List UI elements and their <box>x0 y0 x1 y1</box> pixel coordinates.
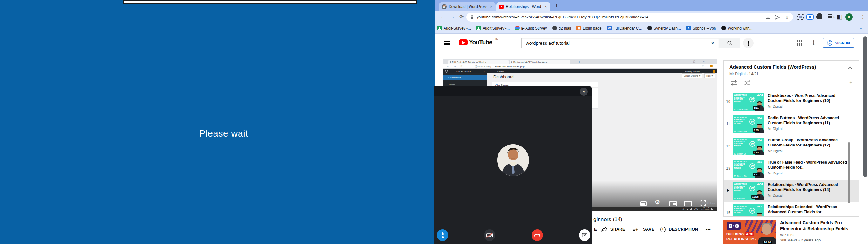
new-tab-button[interactable]: + <box>555 3 558 9</box>
playlist-item-title: Button Group - WordPress Advanced Custom… <box>768 138 850 148</box>
more-actions-icon[interactable]: ••• <box>706 227 711 232</box>
suggested-video-title[interactable]: Advanced Custom Fields Pro Elementor & R… <box>780 220 860 232</box>
profile-avatar[interactable]: K <box>845 13 853 21</box>
loop-playlist-icon[interactable] <box>730 80 738 86</box>
hamburger-menu-icon[interactable] <box>444 41 450 45</box>
bookmark-item[interactable]: Audit-Survey -... <box>437 26 471 30</box>
tab-close-icon[interactable]: × <box>489 4 493 9</box>
url-bar[interactable]: youtube.com/watch?v=rGYb7sPA4Bw&list=PLg… <box>466 13 793 22</box>
bookmark-item[interactable]: SSophos – vpn <box>686 26 716 30</box>
suggested-video-thumbnail[interactable]: /:≡ BUILDINGACF RELATIONSHIPS 10:00 <box>723 219 776 244</box>
recorded-avatar <box>710 65 713 67</box>
bookmark-item[interactable]: Synergy Dash... <box>647 26 681 30</box>
description-button[interactable]: DESCRIPTION <box>669 227 698 232</box>
microphone-icon <box>746 40 751 46</box>
map-pin-icon <box>515 26 520 30</box>
tab-wordpress-download[interactable]: W Download | WordPress.or × <box>439 2 496 11</box>
bookmark-item[interactable]: ⊞Login page <box>576 26 601 30</box>
clear-search-icon[interactable]: × <box>707 40 719 47</box>
bookmark-item[interactable]: Working with... <box>721 26 752 30</box>
like-button-fragment[interactable]: E <box>594 227 597 232</box>
youtube-settings-dots-icon[interactable]: ••• <box>813 40 815 46</box>
youtube-logo-icon[interactable] <box>459 39 468 45</box>
playlist-row[interactable]: 11 WORDPRESS ADVANCED CUSTOM FIELDSACFW1… <box>724 113 859 135</box>
page-scrollbar[interactable] <box>863 36 867 177</box>
share-button[interactable]: SHARE <box>610 227 625 232</box>
duration-badge: 5:11 <box>753 106 760 110</box>
save-button[interactable]: SAVE <box>643 227 654 232</box>
dark-mode-extension-icon[interactable]: ◧ <box>837 13 843 20</box>
bookmark-item[interactable]: ▶ Audit Survey <box>515 26 547 30</box>
sphere-icon <box>647 26 652 30</box>
search-box[interactable]: × <box>521 38 719 48</box>
bookmarks-bar: Audit-Survey -... Audit Survey -... ▶ Au… <box>435 23 868 34</box>
bookmark-star-icon[interactable]: ☆ <box>785 14 789 20</box>
hang-up-button[interactable] <box>531 230 543 241</box>
call-close-button[interactable]: × <box>580 88 588 96</box>
recorded-url-bar: ← → ⟳ ⓘ Not secure | acf.test/wp-admin/i… <box>443 64 717 69</box>
theater-mode-icon[interactable] <box>684 201 692 206</box>
video-title-fragment: ginners (14) <box>593 216 622 223</box>
send-icon[interactable] <box>775 15 780 20</box>
playlist-row[interactable]: 13 WORDPRESS ADVANCED CUSTOM FIELDSACFW1… <box>724 158 859 180</box>
playlist-title[interactable]: Advanced Custom Fields (WordPress) <box>730 64 831 69</box>
playlist-row-current[interactable]: ▶ WORDPRESS ADVANCED CUSTOM FIELDSACFW14… <box>724 180 859 202</box>
save-playlist-icon[interactable]: ≡+ <box>632 227 638 232</box>
youtube-region-label: IN <box>495 37 498 41</box>
playlist-queue-extension-icon[interactable]: ♪ <box>828 14 834 20</box>
subtitles-icon[interactable] <box>640 202 647 206</box>
shuffle-playlist-icon[interactable] <box>743 80 752 86</box>
youtube-apps-grid-icon[interactable] <box>797 40 802 46</box>
reload-icon[interactable]: ⟳ <box>459 14 464 20</box>
screen-share-off-button[interactable] <box>579 230 590 241</box>
settings-gear-icon[interactable]: ⚙ <box>655 199 660 206</box>
tab-title: Relationships - WordPres <box>506 4 541 9</box>
extensions-puzzle-icon[interactable] <box>817 14 822 20</box>
screen-capture-extension-icon[interactable] <box>798 14 804 20</box>
playlist-item-channel: Mr Digital <box>768 104 850 108</box>
search-button[interactable] <box>719 38 740 48</box>
recorded-help: Help ▼ <box>704 73 715 78</box>
bookmarks-overflow-chevron[interactable]: » <box>860 26 862 30</box>
playlist-item-channel: Mr Digital <box>768 193 850 197</box>
bookmark-item[interactable]: WFullCalendar C... <box>607 26 642 30</box>
recorded-page-title: Dashboard <box>493 74 514 79</box>
add-to-queue-icon[interactable]: ≡+ <box>846 79 852 86</box>
youtube-logo-text[interactable]: YouTube <box>469 39 492 46</box>
back-icon[interactable]: ← <box>440 14 445 20</box>
recorded-tab: Dashboard - ACF Tutorial — Wo× <box>509 60 570 64</box>
calendar-icon: W <box>607 26 612 30</box>
browser-toolbar: ← → ⟳ youtube.com/watch?v=rGYb7sPA4Bw&li… <box>435 11 868 23</box>
fullscreen-icon[interactable] <box>700 200 706 206</box>
playlist-item-title: Relationships - WordPress Advanced Custo… <box>768 182 850 192</box>
browser-menu-icon[interactable]: ⋮ <box>860 14 865 20</box>
now-playing-icon: ▶ <box>724 180 733 192</box>
miniplayer-icon[interactable] <box>670 201 677 206</box>
playlist-index: 11 <box>724 113 733 126</box>
tab-youtube-active[interactable]: Relationships - WordPres × <box>496 2 550 11</box>
wordpress-logo-icon <box>445 70 448 73</box>
camera-off-button[interactable] <box>484 230 495 241</box>
collapse-chevron-icon[interactable] <box>848 66 853 69</box>
mute-microphone-button[interactable] <box>437 230 448 241</box>
bookmark-item[interactable]: g2 mail <box>552 26 571 30</box>
playlist-row[interactable]: 15 WORDPRESS ADVANCED CUSTOM FIELDSACFW1… <box>724 202 859 217</box>
share-arrow-icon[interactable] <box>601 226 608 232</box>
voice-search-button[interactable] <box>743 38 754 48</box>
youtube-favicon-icon <box>499 5 504 8</box>
download-icon[interactable] <box>765 14 771 20</box>
tab-title: Download | WordPress.or <box>448 4 487 9</box>
search-input[interactable] <box>522 41 707 46</box>
playlist-row[interactable]: 12 WORDPRESS ADVANCED CUSTOM FIELDSACFW1… <box>724 135 859 158</box>
please-wait-text: Please wait <box>199 128 248 139</box>
duration-badge: 10:25 <box>751 195 760 199</box>
playlist-scrollbar[interactable] <box>848 142 850 203</box>
tab-close-icon[interactable]: × <box>543 4 548 9</box>
sign-in-button[interactable]: SIGN IN <box>823 38 854 48</box>
recorder-extension-icon[interactable] <box>806 14 814 20</box>
forward-icon[interactable]: → <box>450 14 455 20</box>
playlist-row[interactable]: 10 WORDPRESS ADVANCED CUSTOM FIELDSACFW1… <box>724 91 859 113</box>
shield-icon: S <box>686 26 691 30</box>
info-icon[interactable]: i <box>660 227 665 232</box>
bookmark-item[interactable]: Audit Survey -... <box>476 26 509 30</box>
